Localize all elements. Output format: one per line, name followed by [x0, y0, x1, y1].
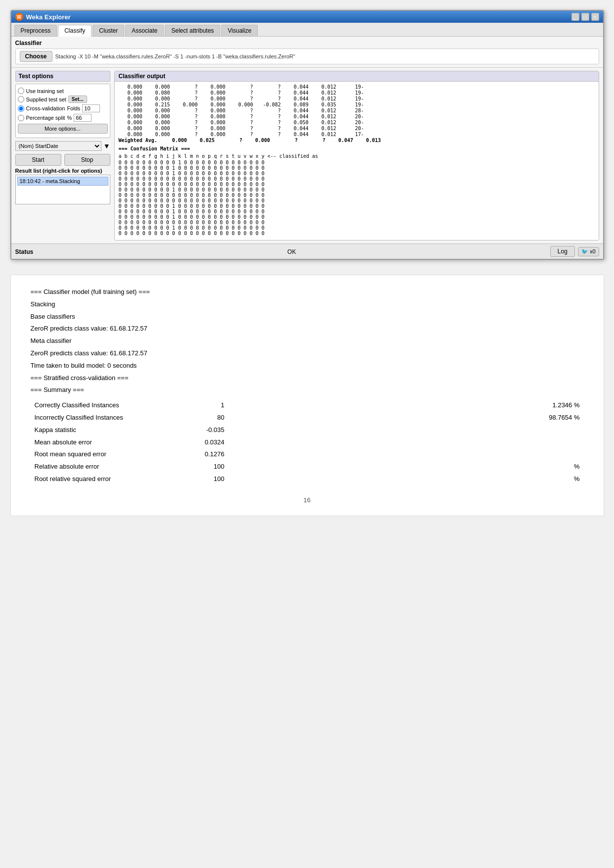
- stat-value: 100: [189, 473, 229, 485]
- tab-preprocess[interactable]: Preprocess: [14, 25, 57, 36]
- stat-value: 1: [189, 399, 229, 412]
- cm-row-9: 0 0 0 0 0 0 0 0 0 1 0 0 0 0 0 0 0 0 0 0 …: [119, 203, 595, 209]
- tab-classify[interactable]: Classify: [58, 25, 92, 37]
- choose-button[interactable]: Choose: [20, 51, 52, 62]
- supplied-test-radio[interactable]: [18, 96, 24, 102]
- cm-row-5: 0 0 0 0 0 0 0 0 0 0 0 0 0 0 0 0 0 0 0 0 …: [119, 182, 595, 187]
- stat-percent: 98.7654 %: [229, 412, 584, 424]
- log-button[interactable]: Log: [550, 246, 575, 257]
- zeror-base: ZeroR predicts class value: 61.68.172.57: [31, 324, 584, 334]
- use-training-radio[interactable]: [18, 88, 24, 94]
- close-btn[interactable]: ×: [591, 13, 599, 21]
- weighted-avg-row: Weighted Avg. 0.000 0.025 ? 0.000 ? ? 0.…: [119, 138, 595, 143]
- cm-row-1: 0 0 0 0 0 0 0 0 0 0 1 0 0 0 0 0 0 0 0 0 …: [119, 160, 595, 165]
- stat-row: Root relative squared error100%: [31, 473, 584, 485]
- tab-select-attributes[interactable]: Select attributes: [165, 25, 220, 36]
- zeror-meta: ZeroR predicts class value: 61.68.172.57: [31, 348, 584, 359]
- left-panel: Test options Use training set Supplied t…: [15, 71, 114, 241]
- stat-row: Correctly Classified Instances11.2346 %: [31, 399, 584, 412]
- stat-value: -0.035: [189, 424, 229, 436]
- stat-percent: 1.2346 %: [229, 399, 584, 412]
- classifier-label: Classifier: [15, 40, 599, 47]
- stat-percent: [229, 436, 584, 449]
- output-row-4: 0.000 0.215 0.000 0.000 0.000 -0.082 0.0…: [119, 102, 595, 107]
- stat-percent: %: [229, 473, 584, 485]
- weka-window: W Weka Explorer _ □ × Preprocess Classif…: [10, 10, 604, 260]
- cm-row-12: 0 0 0 0 0 0 0 0 0 0 0 0 0 0 0 0 0 0 0 0 …: [119, 220, 595, 225]
- maximize-btn[interactable]: □: [581, 13, 589, 21]
- output-row-5: 0.000 0.000 ? 0.000 ? ? 0.044 0.012 28-: [119, 108, 595, 113]
- window-title: Weka Explorer: [26, 13, 71, 21]
- cm-row-2: 0 0 0 0 0 0 0 0 0 1 0 0 0 0 0 0 0 0 0 0 …: [119, 165, 595, 171]
- result-list-label: Result list (right-click for options): [15, 168, 110, 174]
- classifier-row: Choose Stacking -X 10 -M "weka.classifie…: [15, 48, 599, 64]
- base-classifiers-label: Base classifiers: [31, 312, 584, 322]
- percent-symbol: %: [67, 115, 72, 121]
- nom-dropdown-icon[interactable]: ▼: [103, 142, 110, 150]
- stat-row: Root mean squared error0.1276: [31, 448, 584, 461]
- stat-percent: %: [229, 461, 584, 473]
- stop-button[interactable]: Stop: [64, 154, 110, 166]
- main-content: Test options Use training set Supplied t…: [11, 68, 603, 243]
- cm-row-8: 0 0 0 0 0 0 0 0 0 0 0 0 0 0 0 0 0 0 0 0 …: [119, 198, 595, 203]
- stat-value: 80: [189, 412, 229, 424]
- percentage-split-radio[interactable]: [18, 115, 24, 121]
- stat-value: 100: [189, 461, 229, 473]
- folds-label: Folds: [67, 105, 80, 111]
- confusion-header: a b c d e f g h i j k l m n o p q r s t …: [119, 153, 595, 159]
- output-content[interactable]: 0.000 0.000 ? 0.000 ? ? 0.044 0.012 19- …: [115, 82, 599, 240]
- stat-row: Relative absolute error100%: [31, 461, 584, 473]
- cm-row-3: 0 0 0 0 0 0 0 0 0 1 0 0 0 0 0 0 0 0 0 0 …: [119, 171, 595, 176]
- status-label: Status: [15, 248, 34, 255]
- minimize-btn[interactable]: _: [571, 13, 579, 21]
- tab-associate[interactable]: Associate: [125, 25, 164, 36]
- time-to-build: Time taken to build model: 0 seconds: [31, 361, 584, 371]
- output-row-7: 0.000 0.000 ? 0.000 ? ? 0.050 0.012 20-: [119, 120, 595, 125]
- start-stop-row: Start Stop: [15, 154, 110, 166]
- output-row-1: 0.000 0.000 ? 0.000 ? ? 0.044 0.012 19-: [119, 84, 595, 90]
- page-number: 16: [31, 495, 584, 506]
- title-bar-left: W Weka Explorer: [15, 13, 71, 21]
- right-panel: Classifier output 0.000 0.000 ? 0.000 ? …: [114, 71, 599, 241]
- use-training-label: Use training set: [26, 88, 64, 94]
- more-options-button[interactable]: More options...: [18, 124, 108, 134]
- cm-row-11: 0 0 0 0 0 0 0 0 0 1 0 0 0 0 0 0 0 0 0 0 …: [119, 214, 595, 220]
- output-row-6: 0.000 0.000 ? 0.000 ? ? 0.044 0.012 20-: [119, 114, 595, 119]
- stat-label: Kappa statistic: [31, 424, 189, 436]
- set-button[interactable]: Set...: [68, 96, 87, 103]
- tab-visualize[interactable]: Visualize: [221, 25, 258, 36]
- result-list: 18:10:42 - meta.Stacking: [15, 175, 110, 204]
- stat-row: Kappa statistic-0.035: [31, 424, 584, 436]
- cross-validation-radio[interactable]: [18, 105, 24, 112]
- percentage-split-row: Percentage split %: [18, 114, 108, 122]
- stacking-label: Stacking: [31, 299, 584, 310]
- cm-row-6: 0 0 0 0 0 0 0 0 0 1 0 0 0 0 0 0 0 0 0 0 …: [119, 187, 595, 193]
- stat-label: Root relative squared error: [31, 473, 189, 485]
- stat-value: 0.0324: [189, 436, 229, 449]
- percent-input[interactable]: [74, 114, 92, 122]
- nom-select[interactable]: (Nom) StartDate: [15, 141, 101, 151]
- title-bar: W Weka Explorer _ □ ×: [11, 11, 603, 23]
- window-controls: _ □ ×: [571, 13, 599, 21]
- cm-row-7: 0 0 0 0 0 0 0 0 0 0 0 0 0 0 0 0 0 0 0 0 …: [119, 193, 595, 198]
- stat-label: Mean absolute error: [31, 436, 189, 449]
- start-button[interactable]: Start: [15, 154, 61, 166]
- stat-row: Incorrectly Classified Instances8098.765…: [31, 412, 584, 424]
- folds-input[interactable]: 10: [82, 104, 100, 112]
- percentage-split-label: Percentage split: [26, 115, 65, 121]
- supplied-test-row: Supplied test set Set...: [18, 96, 108, 103]
- output-row-9: 0.000 0.000 ? 0.000 ? ? 0.044 0.012 17-: [119, 132, 595, 137]
- output-row-2: 0.000 0.080 ? 0.000 ? ? 0.044 0.012 19-: [119, 90, 595, 96]
- x0-badge: 🐦 x0: [578, 247, 599, 256]
- classifier-name: Stacking -X 10 -M "weka.classifiers.rule…: [55, 53, 595, 59]
- weka-icon: W: [15, 13, 23, 21]
- cross-validation-row: Cross-validation Folds 10: [18, 104, 108, 112]
- stat-percent: [229, 424, 584, 436]
- status-value: OK: [287, 248, 296, 255]
- stat-row: Mean absolute error0.0324: [31, 436, 584, 449]
- supplied-test-label: Supplied test set: [26, 96, 66, 102]
- tab-cluster[interactable]: Cluster: [93, 25, 124, 36]
- output-row-3: 0.000 0.000 ? 0.000 ? ? 0.044 0.012 19-: [119, 96, 595, 101]
- result-item[interactable]: 18:10:42 - meta.Stacking: [17, 177, 108, 186]
- output-data: 0.000 0.000 ? 0.000 ? ? 0.044 0.012 19- …: [119, 84, 595, 236]
